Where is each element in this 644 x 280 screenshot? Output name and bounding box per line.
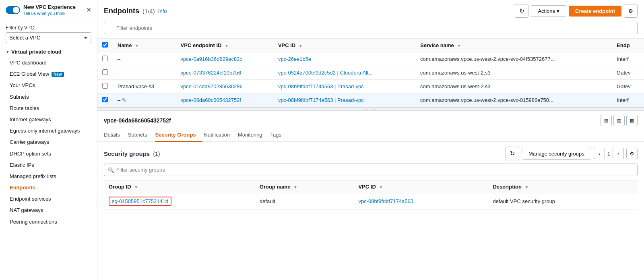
tab-security-groups[interactable]: Security Groups — [155, 129, 202, 142]
view-list-icon[interactable]: ▥ — [613, 115, 625, 126]
sg-vpc-id-link[interactable]: vpc-08bf9fdbf7174a563 — [358, 198, 413, 204]
sg-search-input[interactable] — [104, 164, 638, 176]
col-type: Endp — [612, 39, 644, 52]
endpoint-id-link[interactable]: vpce-073376224cf10b7b6 — [181, 70, 241, 76]
cell-vpc-id: vpc-0524a700ef9d2c5d2 | Cloudera Alt... — [273, 66, 415, 80]
col-endpoint-id: VPC endpoint ID ▼ — [176, 39, 273, 52]
endpoints-table-container: Name ▼ VPC endpoint ID ▼ VPC ID ▼ Servic… — [97, 38, 644, 107]
vpc-id-link[interactable]: vpc-26ee1b5e — [278, 56, 311, 62]
chevron-down-icon: ▾ — [557, 8, 559, 14]
search-input[interactable] — [104, 22, 638, 34]
close-button[interactable]: ✕ — [86, 6, 91, 14]
cell-endpoint-id: vpce-06da68c605432752f — [176, 93, 273, 107]
info-link[interactable]: Info — [158, 8, 167, 14]
vpc-id-link[interactable]: vpc-08bf9fdbf7174a563 | Prasad-vpc — [278, 83, 364, 89]
col-name: Name ▼ — [113, 39, 176, 52]
view-full-icon[interactable]: ▦ — [626, 115, 638, 126]
filter-label: Filter by VPC: — [0, 23, 97, 32]
sg-settings-button[interactable]: ⚙ — [626, 148, 638, 159]
manage-security-groups-button[interactable]: Manage security groups — [522, 148, 591, 160]
endpoint-id-link[interactable]: vpce-01cda870285630286 — [181, 83, 243, 89]
vpc-id-link[interactable]: vpc-0524a700ef9d2c5d2 | Cloudera Alt... — [278, 70, 373, 76]
vpc-group-header[interactable]: ▼ Virtual private cloud — [0, 46, 97, 57]
sidebar-item-peering-connections[interactable]: Peering connections — [0, 216, 97, 228]
col-vpc-id: VPC ID ▼ — [273, 39, 415, 52]
chevron-down-icon: ▼ — [6, 50, 10, 54]
sidebar-item-subnets[interactable]: Subnets — [0, 91, 97, 103]
sidebar-item-elastic-ips[interactable]: Elastic IPs — [0, 160, 97, 171]
cell-type: Gatev — [612, 80, 644, 93]
row-checkbox-3[interactable] — [102, 97, 108, 102]
tab-notification[interactable]: Notification — [204, 129, 236, 142]
vpc-id-link[interactable]: vpc-08bf9fdbf7174a563 | Prasad-vpc — [278, 97, 364, 103]
sidebar-nav: VPC dashboardEC2 Global ViewNewYour VPCs… — [0, 57, 97, 228]
row-checkbox-2[interactable] — [102, 83, 108, 89]
cell-service-name: com.amazonaws.vpce.us-west-2.vpce-svc-01… — [415, 93, 612, 107]
sg-col-group-name: Group name ▼ — [255, 180, 354, 193]
tab-subnets[interactable]: Subnets — [128, 129, 154, 142]
table-row[interactable]: – vpce-073376224cf10b7b6 vpc-0524a700ef9… — [97, 66, 644, 80]
sg-next-page-button[interactable]: › — [613, 148, 624, 159]
sidebar-item-managed-prefix-lists[interactable]: Managed prefix lists — [0, 171, 97, 182]
tab-details[interactable]: Details — [104, 129, 126, 142]
sidebar-item-endpoint-services[interactable]: Endpoint services — [0, 193, 97, 205]
row-checkbox-0[interactable] — [102, 56, 108, 61]
sidebar-item-internet-gateways[interactable]: Internet gateways — [0, 114, 97, 125]
top-panel: Endpoints (1/4) Info ↻ Actions ▾ Create … — [97, 0, 644, 108]
sidebar-header: New VPC Experience Tell us what you thin… — [0, 0, 97, 19]
new-vpc-toggle[interactable] — [6, 6, 20, 14]
cell-vpc-id: vpc-08bf9fdbf7174a563 | Prasad-vpc — [273, 93, 415, 107]
sidebar-item-dhcp-option-sets[interactable]: DHCP option sets — [0, 148, 97, 160]
vpc-select[interactable]: Select a VPC — [6, 32, 91, 43]
resize-handle[interactable]: — — — [97, 108, 644, 111]
table-row[interactable]: – vpce-0a916b36d829ec83c vpc-26ee1b5e co… — [97, 52, 644, 66]
sidebar-item-carrier-gateways[interactable]: Carrier gateways — [0, 137, 97, 148]
sg-group-id-link[interactable]: sg-01505951c7752141d — [112, 198, 168, 204]
sg-table-row[interactable]: sg-01505951c7752141d default vpc-08bf9fd… — [104, 193, 638, 209]
cell-service-name: com.amazonaws.vpce.us-west-2.vpce-svc-04… — [415, 52, 612, 66]
endpoint-id-link[interactable]: vpce-06da68c605432752f — [181, 97, 241, 103]
sg-col-description: Description ▼ — [488, 180, 638, 193]
cell-name: – — [113, 66, 176, 80]
sg-prev-page-button[interactable]: ‹ — [594, 148, 605, 159]
sg-panel: Security groups (1) ↻ Manage security gr… — [97, 142, 644, 280]
sidebar-item-egress-only[interactable]: Egress-only internet gateways — [0, 125, 97, 137]
sidebar-item-ec2-global-view[interactable]: EC2 Global ViewNew — [0, 68, 97, 80]
cell-service-name: com.amazonaws.us-west-2.s3 — [415, 66, 612, 80]
table-row[interactable]: Prasad-vpce-s3 vpce-01cda870285630286 vp… — [97, 80, 644, 93]
sg-cell-group-name: default — [255, 193, 354, 209]
tab-monitoring[interactable]: Monitoring — [238, 129, 269, 142]
sg-search-icon: 🔍 — [108, 167, 114, 173]
tab-tags[interactable]: Tags — [270, 129, 288, 142]
cell-name: – ✎ — [113, 93, 176, 107]
table-row[interactable]: – ✎ vpce-06da68c605432752f vpc-08bf9fdbf… — [97, 93, 644, 107]
sidebar-item-endpoints[interactable]: Endpoints — [0, 182, 97, 193]
cell-name: Prasad-vpce-s3 — [113, 80, 176, 93]
toggle-subtitle[interactable]: Tell us what you think — [23, 11, 76, 16]
sidebar-item-nat-gateways[interactable]: NAT gateways — [0, 205, 97, 216]
sg-rows: sg-01505951c7752141d default vpc-08bf9fd… — [104, 193, 638, 209]
endpoint-id-link[interactable]: vpce-0a916b36d829ec83c — [181, 56, 242, 62]
page-title: Endpoints (1/4) — [104, 7, 155, 15]
row-checkbox-1[interactable] — [102, 69, 108, 75]
actions-button[interactable]: Actions ▾ — [531, 5, 566, 17]
sg-col-group-id: Group ID ▼ — [104, 180, 255, 193]
sidebar: New VPC Experience Tell us what you thin… — [0, 0, 97, 280]
sg-page-number: 1 — [607, 151, 610, 157]
settings-icon[interactable]: ⚙ — [624, 4, 638, 18]
cell-type: Interf — [612, 52, 644, 66]
view-split-icon[interactable]: ▤ — [601, 115, 612, 126]
cell-service-name: com.amazonaws.us-west-2.s3 — [415, 80, 612, 93]
sidebar-item-vpc-dashboard[interactable]: VPC dashboard — [0, 57, 97, 68]
create-endpoint-button[interactable]: Create endpoint — [569, 6, 621, 17]
endpoints-rows: – vpce-0a916b36d829ec83c vpc-26ee1b5e co… — [97, 52, 644, 107]
sg-col-vpc-id: VPC ID ▼ — [353, 180, 488, 193]
cell-endpoint-id: vpce-073376224cf10b7b6 — [176, 66, 273, 80]
sg-refresh-button[interactable]: ↻ — [506, 147, 519, 160]
cell-type: Interf — [612, 93, 644, 107]
select-all-checkbox[interactable] — [102, 42, 108, 48]
sidebar-item-route-tables[interactable]: Route tables — [0, 103, 97, 114]
cell-vpc-id: vpc-08bf9fdbf7174a563 | Prasad-vpc — [273, 80, 415, 93]
refresh-button[interactable]: ↻ — [515, 4, 528, 18]
sidebar-item-your-vpcs[interactable]: Your VPCs — [0, 80, 97, 91]
